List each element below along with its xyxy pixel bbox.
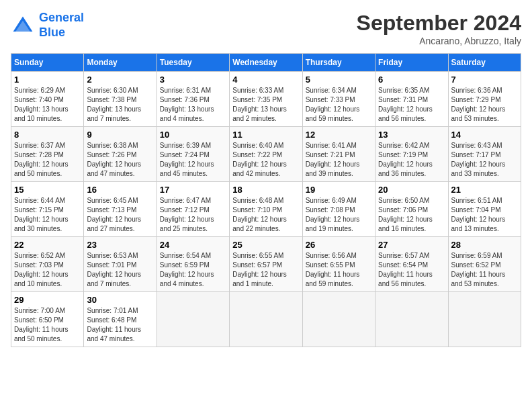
logo-text: General Blue bbox=[39, 11, 84, 40]
calendar-cell: 21 Sunrise: 6:51 AM Sunset: 7:04 PM Dayl… bbox=[448, 182, 521, 237]
day-info: Sunrise: 6:34 AM Sunset: 7:33 PM Dayligh… bbox=[306, 86, 372, 124]
day-info: Sunrise: 6:52 AM Sunset: 7:03 PM Dayligh… bbox=[14, 251, 81, 289]
day-number: 21 bbox=[451, 185, 518, 195]
month-title: September 2024 bbox=[357, 11, 521, 36]
calendar-cell: 8 Sunrise: 6:37 AM Sunset: 7:28 PM Dayli… bbox=[11, 127, 84, 182]
day-info: Sunrise: 6:49 AM Sunset: 7:08 PM Dayligh… bbox=[306, 196, 372, 234]
logo: General Blue bbox=[11, 11, 84, 40]
day-number: 16 bbox=[87, 185, 153, 195]
day-number: 27 bbox=[378, 240, 445, 250]
day-info: Sunrise: 6:47 AM Sunset: 7:12 PM Dayligh… bbox=[160, 196, 226, 234]
weekday-header-wednesday: Wednesday bbox=[230, 54, 302, 72]
day-info: Sunrise: 6:40 AM Sunset: 7:22 PM Dayligh… bbox=[232, 141, 299, 179]
calendar-cell: 22 Sunrise: 6:52 AM Sunset: 7:03 PM Dayl… bbox=[11, 237, 84, 292]
day-info: Sunrise: 6:36 AM Sunset: 7:29 PM Dayligh… bbox=[451, 86, 518, 124]
calendar-cell: 19 Sunrise: 6:49 AM Sunset: 7:08 PM Dayl… bbox=[302, 182, 375, 237]
day-number: 19 bbox=[306, 185, 372, 195]
title-block: September 2024 Ancarano, Abruzzo, Italy bbox=[357, 11, 521, 46]
day-info: Sunrise: 6:57 AM Sunset: 6:54 PM Dayligh… bbox=[378, 251, 445, 289]
calendar-cell: 4 Sunrise: 6:33 AM Sunset: 7:35 PM Dayli… bbox=[230, 72, 302, 127]
page-header: General Blue September 2024 Ancarano, Ab… bbox=[11, 11, 521, 46]
day-info: Sunrise: 6:54 AM Sunset: 6:59 PM Dayligh… bbox=[160, 251, 226, 289]
calendar-cell: 3 Sunrise: 6:31 AM Sunset: 7:36 PM Dayli… bbox=[157, 72, 229, 127]
calendar-cell bbox=[230, 292, 302, 347]
day-info: Sunrise: 6:53 AM Sunset: 7:01 PM Dayligh… bbox=[87, 251, 153, 289]
calendar-cell: 27 Sunrise: 6:57 AM Sunset: 6:54 PM Dayl… bbox=[375, 237, 448, 292]
day-number: 22 bbox=[14, 240, 81, 250]
day-number: 29 bbox=[14, 295, 81, 305]
calendar-cell: 2 Sunrise: 6:30 AM Sunset: 7:38 PM Dayli… bbox=[84, 72, 157, 127]
calendar-cell: 11 Sunrise: 6:40 AM Sunset: 7:22 PM Dayl… bbox=[230, 127, 302, 182]
calendar-cell bbox=[375, 292, 448, 347]
day-info: Sunrise: 6:33 AM Sunset: 7:35 PM Dayligh… bbox=[232, 86, 299, 124]
day-info: Sunrise: 6:43 AM Sunset: 7:17 PM Dayligh… bbox=[451, 141, 518, 179]
day-number: 12 bbox=[306, 130, 372, 140]
calendar-cell: 25 Sunrise: 6:55 AM Sunset: 6:57 PM Dayl… bbox=[230, 237, 302, 292]
day-info: Sunrise: 7:00 AM Sunset: 6:50 PM Dayligh… bbox=[14, 306, 81, 344]
weekday-header-monday: Monday bbox=[84, 54, 157, 72]
day-info: Sunrise: 6:41 AM Sunset: 7:21 PM Dayligh… bbox=[306, 141, 372, 179]
day-number: 14 bbox=[451, 130, 518, 140]
calendar-cell: 10 Sunrise: 6:39 AM Sunset: 7:24 PM Dayl… bbox=[157, 127, 229, 182]
calendar-cell: 29 Sunrise: 7:00 AM Sunset: 6:50 PM Dayl… bbox=[11, 292, 84, 347]
calendar-cell: 20 Sunrise: 6:50 AM Sunset: 7:06 PM Dayl… bbox=[375, 182, 448, 237]
day-info: Sunrise: 6:51 AM Sunset: 7:04 PM Dayligh… bbox=[451, 196, 518, 234]
weekday-header-saturday: Saturday bbox=[448, 54, 521, 72]
day-number: 4 bbox=[232, 75, 299, 85]
calendar-cell: 28 Sunrise: 6:59 AM Sunset: 6:52 PM Dayl… bbox=[448, 237, 521, 292]
day-number: 8 bbox=[14, 130, 81, 140]
day-number: 10 bbox=[160, 130, 226, 140]
calendar-cell bbox=[448, 292, 521, 347]
calendar-cell: 5 Sunrise: 6:34 AM Sunset: 7:33 PM Dayli… bbox=[302, 72, 375, 127]
day-info: Sunrise: 6:37 AM Sunset: 7:28 PM Dayligh… bbox=[14, 141, 81, 179]
day-number: 3 bbox=[160, 75, 226, 85]
day-number: 5 bbox=[306, 75, 372, 85]
day-number: 28 bbox=[451, 240, 518, 250]
calendar-cell bbox=[302, 292, 375, 347]
day-info: Sunrise: 6:39 AM Sunset: 7:24 PM Dayligh… bbox=[160, 141, 226, 179]
location-subtitle: Ancarano, Abruzzo, Italy bbox=[357, 36, 521, 46]
weekday-header-thursday: Thursday bbox=[302, 54, 375, 72]
calendar-cell: 12 Sunrise: 6:41 AM Sunset: 7:21 PM Dayl… bbox=[302, 127, 375, 182]
calendar-cell: 17 Sunrise: 6:47 AM Sunset: 7:12 PM Dayl… bbox=[157, 182, 229, 237]
day-info: Sunrise: 6:48 AM Sunset: 7:10 PM Dayligh… bbox=[232, 196, 299, 234]
day-number: 17 bbox=[160, 185, 226, 195]
day-info: Sunrise: 6:56 AM Sunset: 6:55 PM Dayligh… bbox=[306, 251, 372, 289]
logo-icon bbox=[11, 13, 35, 38]
calendar-cell bbox=[157, 292, 229, 347]
calendar-cell: 15 Sunrise: 6:44 AM Sunset: 7:15 PM Dayl… bbox=[11, 182, 84, 237]
day-info: Sunrise: 6:31 AM Sunset: 7:36 PM Dayligh… bbox=[160, 86, 226, 124]
day-info: Sunrise: 6:30 AM Sunset: 7:38 PM Dayligh… bbox=[87, 86, 153, 124]
calendar-table: SundayMondayTuesdayWednesdayThursdayFrid… bbox=[11, 53, 521, 347]
day-info: Sunrise: 6:59 AM Sunset: 6:52 PM Dayligh… bbox=[451, 251, 518, 289]
weekday-header-friday: Friday bbox=[375, 54, 448, 72]
day-number: 15 bbox=[14, 185, 81, 195]
day-info: Sunrise: 7:01 AM Sunset: 6:48 PM Dayligh… bbox=[87, 306, 153, 344]
day-info: Sunrise: 6:50 AM Sunset: 7:06 PM Dayligh… bbox=[378, 196, 445, 234]
calendar-cell: 13 Sunrise: 6:42 AM Sunset: 7:19 PM Dayl… bbox=[375, 127, 448, 182]
day-number: 24 bbox=[160, 240, 226, 250]
calendar-cell: 23 Sunrise: 6:53 AM Sunset: 7:01 PM Dayl… bbox=[84, 237, 157, 292]
day-number: 25 bbox=[232, 240, 299, 250]
day-number: 6 bbox=[378, 75, 445, 85]
day-number: 7 bbox=[451, 75, 518, 85]
day-number: 13 bbox=[378, 130, 445, 140]
day-info: Sunrise: 6:44 AM Sunset: 7:15 PM Dayligh… bbox=[14, 196, 81, 234]
weekday-header-sunday: Sunday bbox=[11, 54, 84, 72]
calendar-cell: 14 Sunrise: 6:43 AM Sunset: 7:17 PM Dayl… bbox=[448, 127, 521, 182]
day-info: Sunrise: 6:38 AM Sunset: 7:26 PM Dayligh… bbox=[87, 141, 153, 179]
calendar-cell: 1 Sunrise: 6:29 AM Sunset: 7:40 PM Dayli… bbox=[11, 72, 84, 127]
calendar-cell: 16 Sunrise: 6:45 AM Sunset: 7:13 PM Dayl… bbox=[84, 182, 157, 237]
day-number: 11 bbox=[232, 130, 299, 140]
calendar-cell: 9 Sunrise: 6:38 AM Sunset: 7:26 PM Dayli… bbox=[84, 127, 157, 182]
day-info: Sunrise: 6:29 AM Sunset: 7:40 PM Dayligh… bbox=[14, 86, 81, 124]
day-number: 18 bbox=[232, 185, 299, 195]
day-number: 23 bbox=[87, 240, 153, 250]
calendar-cell: 7 Sunrise: 6:36 AM Sunset: 7:29 PM Dayli… bbox=[448, 72, 521, 127]
calendar-cell: 6 Sunrise: 6:35 AM Sunset: 7:31 PM Dayli… bbox=[375, 72, 448, 127]
calendar-cell: 24 Sunrise: 6:54 AM Sunset: 6:59 PM Dayl… bbox=[157, 237, 229, 292]
day-info: Sunrise: 6:42 AM Sunset: 7:19 PM Dayligh… bbox=[378, 141, 445, 179]
day-number: 1 bbox=[14, 75, 81, 85]
day-number: 9 bbox=[87, 130, 153, 140]
calendar-cell: 18 Sunrise: 6:48 AM Sunset: 7:10 PM Dayl… bbox=[230, 182, 302, 237]
